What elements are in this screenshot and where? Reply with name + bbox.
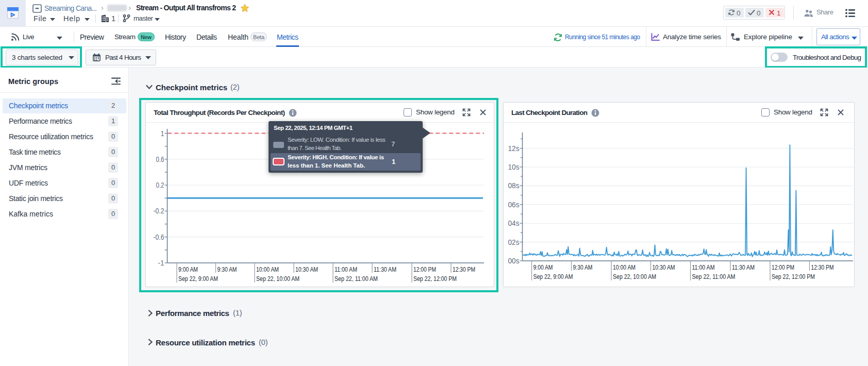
svg-text:Sep 22, 9:00 AM: Sep 22, 9:00 AM — [178, 275, 218, 282]
svg-text:Sep 22, 10:00 AM: Sep 22, 10:00 AM — [256, 275, 299, 282]
svg-text:-1: -1 — [158, 259, 164, 267]
svg-text:Sep 22, 12:00 PM: Sep 22, 12:00 PM — [772, 273, 815, 280]
svg-text:12:30 PM: 12:30 PM — [811, 263, 834, 271]
svg-text:10:00 AM: 10:00 AM — [613, 263, 636, 271]
svg-text:-0.2: -0.2 — [154, 207, 164, 215]
svg-text:10s: 10s — [508, 163, 520, 171]
svg-text:11:30 AM: 11:30 AM — [732, 263, 755, 271]
svg-text:Sep 22, 11:00 AM: Sep 22, 11:00 AM — [692, 273, 736, 280]
svg-text:Sep 22, 11:00 AM: Sep 22, 11:00 AM — [335, 275, 378, 282]
svg-text:12s: 12s — [508, 144, 520, 153]
svg-text:9:00 AM: 9:00 AM — [178, 265, 198, 273]
svg-text:0.2: 0.2 — [156, 181, 164, 189]
svg-text:04s: 04s — [508, 219, 520, 227]
svg-text:0.6: 0.6 — [156, 155, 164, 163]
svg-text:08s: 08s — [508, 181, 520, 190]
svg-text:10:00 AM: 10:00 AM — [256, 265, 279, 273]
svg-text:Sep 22, 12:00 PM: Sep 22, 12:00 PM — [413, 275, 457, 282]
svg-text:9:00 AM: 9:00 AM — [533, 263, 553, 271]
svg-text:Sep 22, 10:00 AM: Sep 22, 10:00 AM — [613, 273, 656, 280]
svg-text:06s: 06s — [508, 201, 520, 209]
svg-text:12:00 PM: 12:00 PM — [772, 263, 794, 271]
svg-text:9:30 AM: 9:30 AM — [573, 263, 593, 271]
svg-text:Sep 22, 9:00 AM: Sep 22, 9:00 AM — [533, 273, 573, 280]
svg-text:11:30 AM: 11:30 AM — [374, 265, 396, 273]
svg-text:02s: 02s — [508, 238, 520, 246]
svg-text:12:00 PM: 12:00 PM — [413, 265, 436, 273]
svg-text:9:30 AM: 9:30 AM — [218, 265, 237, 273]
svg-text:11:00 AM: 11:00 AM — [692, 263, 715, 271]
svg-text:10:30 AM: 10:30 AM — [295, 265, 318, 273]
svg-text:11:00 AM: 11:00 AM — [335, 265, 357, 273]
svg-text:12:30 PM: 12:30 PM — [453, 265, 475, 273]
svg-text:-0.6: -0.6 — [154, 233, 164, 241]
svg-text:1: 1 — [161, 129, 164, 138]
svg-text:00s: 00s — [508, 257, 520, 265]
svg-text:10:30 AM: 10:30 AM — [653, 263, 675, 271]
